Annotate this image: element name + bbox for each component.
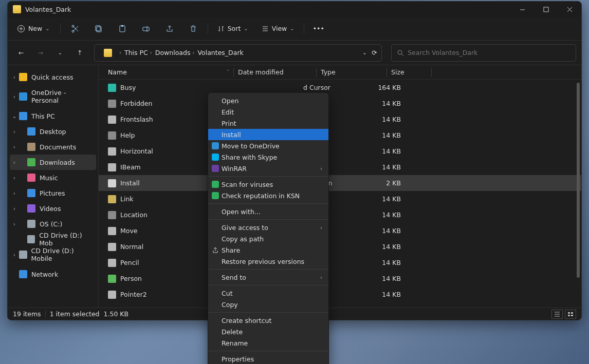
- menu-item[interactable]: Restore previous versions: [208, 256, 328, 267]
- scroll-thumb[interactable]: [577, 83, 580, 278]
- new-label: New: [28, 25, 42, 32]
- scrollbar[interactable]: [574, 80, 581, 308]
- tree-icon: [27, 220, 35, 228]
- menu-item-label: Copy as path: [222, 235, 264, 243]
- menu-item[interactable]: Rename: [208, 337, 328, 349]
- sidebar-item[interactable]: ›Quick access: [10, 69, 96, 85]
- new-button[interactable]: New ⌄: [12, 22, 55, 36]
- menu-item-label: Install: [222, 131, 241, 139]
- paste-button[interactable]: [113, 21, 132, 37]
- file-row[interactable]: Busyd Cursor164 KB: [99, 80, 581, 95]
- copy-button[interactable]: [89, 21, 108, 37]
- file-icon: [108, 275, 116, 283]
- refresh-button[interactable]: ⟳: [372, 49, 377, 56]
- menu-item[interactable]: Give access to›: [208, 222, 328, 233]
- delete-button[interactable]: [184, 21, 203, 37]
- sidebar-item[interactable]: ›OS (C:): [10, 216, 96, 232]
- cut-button[interactable]: [66, 21, 84, 37]
- svg-rect-10: [568, 312, 570, 314]
- file-row[interactable]: Forbidden14 KB: [99, 95, 581, 111]
- file-row[interactable]: Frontslash14 KB: [99, 111, 581, 127]
- menu-item[interactable]: Share: [208, 244, 328, 256]
- col-type[interactable]: Type: [321, 68, 382, 76]
- menu-item[interactable]: Send to›: [208, 272, 328, 283]
- col-name[interactable]: Name˄: [108, 68, 229, 76]
- sidebar-item[interactable]: ›Pictures: [10, 185, 96, 201]
- back-button[interactable]: ←: [13, 45, 29, 61]
- file-size: 14 KB: [365, 227, 401, 235]
- titlebar[interactable]: Volantes_Dark: [8, 2, 581, 17]
- menu-item[interactable]: Delete: [208, 326, 328, 337]
- menu-item[interactable]: Open with...: [208, 206, 328, 217]
- menu-item[interactable]: Print: [208, 118, 328, 129]
- sidebar-item[interactable]: ›Documents: [10, 139, 96, 155]
- file-row[interactable]: Normal14 KB: [99, 239, 581, 255]
- file-row[interactable]: Pointer214 KB: [99, 286, 581, 302]
- sidebar-item[interactable]: Network: [10, 266, 96, 282]
- menu-item[interactable]: Scan for viruses: [208, 179, 328, 190]
- more-button[interactable]: •••: [309, 21, 328, 37]
- column-headers: Name˄ Date modified Type Size: [99, 65, 581, 80]
- file-row[interactable]: IBeam14 KB: [99, 159, 581, 175]
- file-row[interactable]: Horizontal14 KB: [99, 143, 581, 159]
- recent-button[interactable]: ⌄: [52, 45, 68, 61]
- sort-button[interactable]: Sort ⌄: [213, 22, 252, 35]
- sidebar-item[interactable]: ›Music: [10, 170, 96, 185]
- menu-item[interactable]: Properties: [208, 353, 328, 364]
- minimize-button[interactable]: [510, 2, 534, 17]
- menu-item[interactable]: Edit: [208, 106, 328, 118]
- breadcrumb-segment[interactable]: Volantes_Dark: [197, 49, 243, 56]
- file-row[interactable]: Pencil14 KB: [99, 255, 581, 271]
- file-size: 14 KB: [365, 291, 401, 298]
- sidebar-item[interactable]: ›Downloads: [10, 155, 96, 170]
- sidebar-item[interactable]: ›Desktop: [10, 124, 96, 139]
- file-row[interactable]: Person14 KB: [99, 271, 581, 286]
- file-row[interactable]: Installormation2 KB: [99, 175, 581, 191]
- col-size[interactable]: Size: [391, 68, 427, 76]
- col-date[interactable]: Date modified: [238, 68, 312, 76]
- sidebar-item[interactable]: ⌄This PC: [10, 108, 96, 124]
- sidebar-item[interactable]: ›OneDrive - Personal: [10, 89, 96, 104]
- menu-item[interactable]: WinRAR›: [208, 163, 328, 174]
- thumbnails-view-button[interactable]: [565, 310, 576, 319]
- forward-button[interactable]: →: [32, 45, 49, 61]
- menu-item-label: Create shortcut: [222, 317, 271, 324]
- sort-label: Sort: [228, 25, 241, 32]
- menu-item[interactable]: Copy: [208, 299, 328, 310]
- menu-item[interactable]: Cut: [208, 288, 328, 299]
- details-view-button[interactable]: [551, 310, 563, 319]
- menu-item[interactable]: Share with Skype: [208, 151, 328, 163]
- file-row[interactable]: Help14 KB: [99, 127, 581, 143]
- share-button[interactable]: [160, 21, 179, 37]
- sidebar-item[interactable]: ›CD Drive (D:) Mobile: [10, 247, 96, 262]
- close-button[interactable]: [558, 2, 581, 17]
- chevron-icon: ›: [11, 190, 18, 197]
- file-name: Install: [120, 179, 140, 187]
- sidebar-item[interactable]: ›Videos: [10, 201, 96, 216]
- chevron-icon: ⌄: [11, 113, 18, 120]
- menu-item[interactable]: Open: [208, 95, 328, 106]
- menu-separator: [208, 312, 328, 313]
- file-icon: [108, 84, 116, 92]
- menu-item[interactable]: Move to OneDrive: [208, 140, 328, 151]
- chevron-down-icon[interactable]: ⌄: [362, 50, 366, 55]
- tree-icon: [27, 158, 35, 166]
- breadcrumb-segment[interactable]: This PC›: [124, 49, 152, 56]
- search-box[interactable]: [391, 44, 576, 62]
- up-button[interactable]: ↑: [71, 45, 88, 61]
- file-row[interactable]: Location14 KB: [99, 207, 581, 223]
- file-list[interactable]: Busyd Cursor164 KBForbidden14 KBFrontsla…: [99, 80, 581, 308]
- breadcrumb-segment[interactable]: Downloads›: [155, 49, 195, 56]
- menu-item[interactable]: Copy as path: [208, 233, 328, 244]
- file-row[interactable]: Link14 KB: [99, 191, 581, 207]
- menu-item[interactable]: Create shortcut: [208, 315, 328, 326]
- maximize-button[interactable]: [534, 2, 558, 17]
- file-row[interactable]: Move14 KB: [99, 223, 581, 239]
- address-bar[interactable]: › This PC› Downloads› Volantes_Dark ⌄ ⟳: [94, 44, 382, 62]
- search-input[interactable]: [408, 49, 570, 56]
- view-button[interactable]: View ⌄: [257, 22, 299, 35]
- sidebar-item[interactable]: CD Drive (D:) Mob: [10, 232, 96, 247]
- file-icon: [108, 163, 116, 171]
- rename-button[interactable]: [137, 21, 155, 37]
- menu-item[interactable]: Install: [208, 129, 328, 140]
